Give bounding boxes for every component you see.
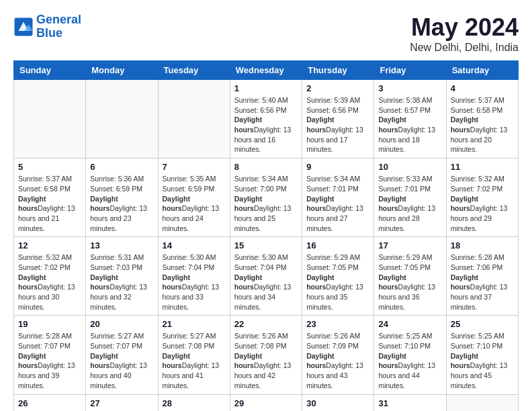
day-number: 17 [378, 240, 441, 250]
day-info: Sunrise: 5:35 AMSunset: 6:59 PMDaylight … [163, 174, 226, 233]
day-info: Sunrise: 5:28 AMSunset: 7:07 PMDaylight … [18, 331, 81, 390]
day-info: Sunrise: 5:30 AMSunset: 7:04 PMDaylight … [234, 253, 298, 312]
day-cell: 2Sunrise: 5:39 AMSunset: 6:56 PMDaylight… [302, 80, 374, 158]
day-number: 23 [306, 319, 369, 329]
day-cell: 6Sunrise: 5:36 AMSunset: 6:59 PMDaylight… [86, 158, 158, 237]
day-number: 21 [163, 319, 226, 329]
day-cell: 21Sunrise: 5:27 AMSunset: 7:08 PMDayligh… [158, 316, 230, 394]
day-cell: 17Sunrise: 5:29 AMSunset: 7:05 PMDayligh… [374, 237, 446, 316]
day-cell: 31Sunrise: 5:23 AMSunset: 7:13 PMDayligh… [374, 394, 446, 411]
day-info: Sunrise: 5:34 AMSunset: 7:00 PMDaylight … [234, 174, 298, 233]
week-row-5: 26Sunrise: 5:25 AMSunset: 7:11 PMDayligh… [14, 394, 519, 411]
day-info: Sunrise: 5:36 AMSunset: 6:59 PMDaylight … [90, 174, 153, 233]
day-number: 4 [451, 83, 514, 93]
month-title: May 2024 [410, 13, 519, 42]
day-cell: 10Sunrise: 5:33 AMSunset: 7:01 PMDayligh… [374, 158, 446, 237]
location: New Delhi, Delhi, India [410, 42, 519, 54]
day-info: Sunrise: 5:29 AMSunset: 7:05 PMDaylight … [378, 253, 441, 312]
day-number: 30 [306, 398, 369, 408]
day-cell: 5Sunrise: 5:37 AMSunset: 6:58 PMDaylight… [14, 158, 86, 237]
day-cell: 25Sunrise: 5:25 AMSunset: 7:10 PMDayligh… [446, 316, 518, 394]
logo-line1: General [36, 13, 81, 26]
title-block: May 2024 New Delhi, Delhi, India [410, 13, 519, 54]
day-number: 2 [306, 83, 369, 93]
day-cell: 15Sunrise: 5:30 AMSunset: 7:04 PMDayligh… [230, 237, 302, 316]
day-cell [446, 394, 518, 411]
day-info: Sunrise: 5:26 AMSunset: 7:08 PMDaylight … [234, 331, 298, 390]
day-info: Sunrise: 5:28 AMSunset: 7:06 PMDaylight … [451, 253, 514, 312]
logo-icon [13, 17, 34, 37]
weekday-header-sunday: Sunday [14, 61, 86, 80]
day-cell: 13Sunrise: 5:31 AMSunset: 7:03 PMDayligh… [86, 237, 158, 316]
calendar-table: SundayMondayTuesdayWednesdayThursdayFrid… [13, 60, 519, 411]
day-cell: 29Sunrise: 5:24 AMSunset: 7:12 PMDayligh… [230, 394, 302, 411]
day-cell: 7Sunrise: 5:35 AMSunset: 6:59 PMDaylight… [158, 158, 230, 237]
day-cell: 18Sunrise: 5:28 AMSunset: 7:06 PMDayligh… [446, 237, 518, 316]
day-number: 1 [234, 83, 298, 93]
day-info: Sunrise: 5:31 AMSunset: 7:03 PMDaylight … [90, 253, 153, 312]
day-cell: 9Sunrise: 5:34 AMSunset: 7:01 PMDaylight… [302, 158, 374, 237]
day-info: Sunrise: 5:25 AMSunset: 7:10 PMDaylight … [451, 331, 514, 390]
logo-line2: Blue [36, 26, 62, 40]
day-cell: 28Sunrise: 5:24 AMSunset: 7:12 PMDayligh… [158, 394, 230, 411]
week-row-2: 5Sunrise: 5:37 AMSunset: 6:58 PMDaylight… [14, 158, 519, 237]
day-cell: 27Sunrise: 5:24 AMSunset: 7:11 PMDayligh… [86, 394, 158, 411]
day-info: Sunrise: 5:26 AMSunset: 7:09 PMDaylight … [306, 331, 369, 390]
week-row-1: 1Sunrise: 5:40 AMSunset: 6:56 PMDaylight… [14, 80, 519, 158]
day-info: Sunrise: 5:39 AMSunset: 6:56 PMDaylight … [306, 95, 369, 154]
day-number: 19 [18, 319, 81, 329]
day-number: 22 [234, 319, 298, 329]
day-number: 13 [90, 240, 153, 250]
day-number: 31 [378, 398, 441, 408]
weekday-header-row: SundayMondayTuesdayWednesdayThursdayFrid… [14, 61, 519, 80]
day-cell: 22Sunrise: 5:26 AMSunset: 7:08 PMDayligh… [230, 316, 302, 394]
day-cell [86, 80, 158, 158]
day-info: Sunrise: 5:27 AMSunset: 7:07 PMDaylight … [90, 331, 153, 390]
day-cell: 23Sunrise: 5:26 AMSunset: 7:09 PMDayligh… [302, 316, 374, 394]
page-header: General Blue May 2024 New Delhi, Delhi, … [13, 13, 519, 54]
day-info: Sunrise: 5:29 AMSunset: 7:05 PMDaylight … [306, 253, 369, 312]
day-number: 20 [90, 319, 153, 329]
day-number: 27 [90, 398, 153, 408]
day-number: 3 [378, 83, 441, 93]
day-number: 18 [451, 240, 514, 250]
weekday-header-thursday: Thursday [302, 61, 374, 80]
day-info: Sunrise: 5:32 AMSunset: 7:02 PMDaylight … [451, 174, 514, 233]
day-cell [158, 80, 230, 158]
day-info: Sunrise: 5:34 AMSunset: 7:01 PMDaylight … [306, 174, 369, 233]
day-number: 26 [18, 398, 81, 408]
day-number: 14 [163, 240, 226, 250]
day-cell: 1Sunrise: 5:40 AMSunset: 6:56 PMDaylight… [230, 80, 302, 158]
weekday-header-monday: Monday [86, 61, 158, 80]
day-cell: 12Sunrise: 5:32 AMSunset: 7:02 PMDayligh… [14, 237, 86, 316]
day-number: 25 [451, 319, 514, 329]
logo: General Blue [13, 13, 81, 40]
day-number: 15 [234, 240, 298, 250]
day-info: Sunrise: 5:40 AMSunset: 6:56 PMDaylight … [234, 95, 298, 154]
day-number: 16 [306, 240, 369, 250]
day-cell: 8Sunrise: 5:34 AMSunset: 7:00 PMDaylight… [230, 158, 302, 237]
week-row-4: 19Sunrise: 5:28 AMSunset: 7:07 PMDayligh… [14, 316, 519, 394]
weekday-header-tuesday: Tuesday [158, 61, 230, 80]
day-cell: 4Sunrise: 5:37 AMSunset: 6:58 PMDaylight… [446, 80, 518, 158]
day-info: Sunrise: 5:37 AMSunset: 6:58 PMDaylight … [451, 95, 514, 154]
day-info: Sunrise: 5:33 AMSunset: 7:01 PMDaylight … [378, 174, 441, 233]
day-cell: 3Sunrise: 5:38 AMSunset: 6:57 PMDaylight… [374, 80, 446, 158]
day-cell: 19Sunrise: 5:28 AMSunset: 7:07 PMDayligh… [14, 316, 86, 394]
day-info: Sunrise: 5:32 AMSunset: 7:02 PMDaylight … [18, 253, 81, 312]
day-number: 12 [18, 240, 81, 250]
weekday-header-friday: Friday [374, 61, 446, 80]
day-number: 11 [451, 162, 514, 172]
day-cell: 11Sunrise: 5:32 AMSunset: 7:02 PMDayligh… [446, 158, 518, 237]
day-info: Sunrise: 5:30 AMSunset: 7:04 PMDaylight … [163, 253, 226, 312]
weekday-header-saturday: Saturday [446, 61, 518, 80]
day-number: 5 [18, 162, 81, 172]
day-info: Sunrise: 5:37 AMSunset: 6:58 PMDaylight … [18, 174, 81, 233]
day-number: 8 [234, 162, 298, 172]
week-row-3: 12Sunrise: 5:32 AMSunset: 7:02 PMDayligh… [14, 237, 519, 316]
day-cell: 16Sunrise: 5:29 AMSunset: 7:05 PMDayligh… [302, 237, 374, 316]
day-cell [14, 80, 86, 158]
day-number: 9 [306, 162, 369, 172]
day-info: Sunrise: 5:25 AMSunset: 7:10 PMDaylight … [378, 331, 441, 390]
day-number: 6 [90, 162, 153, 172]
